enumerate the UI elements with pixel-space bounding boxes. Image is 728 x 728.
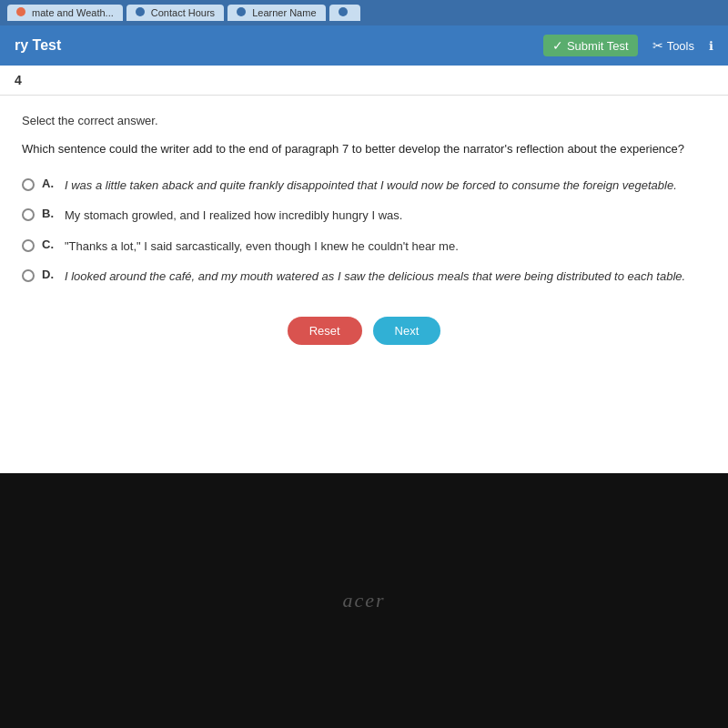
option-d[interactable]: D. I looked around the café, and my mout… (22, 268, 706, 286)
options-list: A. I was a little taken aback and quite … (22, 177, 706, 286)
radio-d[interactable] (22, 269, 35, 282)
tab-bar: mate and Weath... Contact Hours Learner … (0, 0, 728, 25)
submit-icon: ✓ (552, 38, 563, 53)
laptop-frame: acer (0, 473, 728, 728)
option-b-text: My stomach growled, and I realized how i… (65, 207, 402, 225)
app-title: ry Test (15, 37, 61, 54)
radio-a[interactable] (22, 178, 35, 191)
question-area: Select the correct answer. Which sentenc… (0, 96, 728, 473)
app-header: ry Test ✓ Submit Test ✂ Tools ℹ (0, 25, 728, 66)
radio-c[interactable] (22, 239, 35, 252)
tab-contact[interactable]: Contact Hours (126, 5, 224, 21)
option-c[interactable]: C. "Thanks a lot," I said sarcastically,… (22, 238, 706, 256)
radio-b[interactable] (22, 208, 35, 221)
question-number-bar: 4 (0, 66, 728, 96)
option-a[interactable]: A. I was a little taken aback and quite … (22, 177, 706, 195)
question-text-content: Which sentence could the writer add to t… (22, 142, 684, 156)
tools-icon: ✂ (652, 38, 663, 53)
option-d-label: D. (42, 268, 54, 281)
question-text: Which sentence could the writer add to t… (22, 140, 706, 158)
reset-button[interactable]: Reset (288, 317, 362, 345)
option-b[interactable]: B. My stomach growled, and I realized ho… (22, 207, 706, 225)
submit-test-button[interactable]: ✓ Submit Test (543, 35, 638, 56)
tab-dot-learner (237, 7, 246, 16)
option-a-text: I was a little taken aback and quite fra… (65, 177, 677, 195)
header-actions: ✓ Submit Test ✂ Tools ℹ (543, 35, 713, 56)
tab-dot-extra (339, 7, 348, 16)
tab-learner[interactable]: Learner Name (228, 5, 325, 21)
option-a-label: A. (42, 177, 54, 190)
main-content: 4 Select the correct answer. Which sente… (0, 66, 728, 473)
buttons-row: Reset Next (22, 308, 706, 363)
option-c-label: C. (42, 238, 54, 251)
option-b-label: B. (42, 207, 54, 220)
question-number: 4 (15, 73, 22, 87)
option-c-text: "Thanks a lot," I said sarcastically, ev… (65, 238, 459, 256)
tab-mate[interactable]: mate and Weath... (7, 5, 123, 21)
tab-extra[interactable] (329, 5, 360, 21)
option-d-text: I looked around the café, and my mouth w… (65, 268, 685, 286)
next-button[interactable]: Next (373, 317, 441, 345)
instruction: Select the correct answer. (22, 114, 706, 127)
tools-button[interactable]: ✂ Tools (652, 38, 694, 53)
laptop-brand: acer (342, 589, 385, 612)
info-button[interactable]: ℹ (709, 39, 713, 53)
tab-dot-contact (136, 7, 145, 16)
tab-dot-mate (16, 7, 25, 16)
screen: mate and Weath... Contact Hours Learner … (0, 0, 728, 728)
